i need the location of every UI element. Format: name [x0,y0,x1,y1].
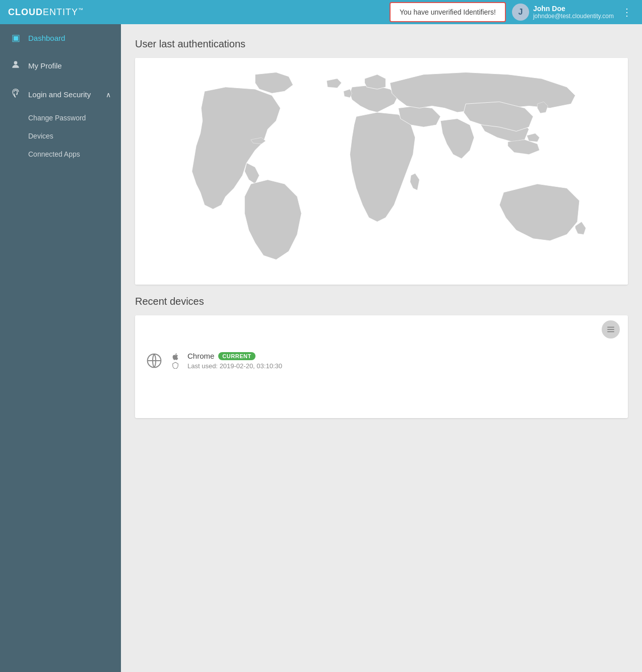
notification-text: You have unverified Identifiers! [400,8,496,16]
sidebar-item-dashboard-label: Dashboard [28,34,65,42]
recent-devices-card: Chrome CURRENT Last used: 2019-02-20, 03… [135,315,628,418]
app-header: CLOUDENTITY™ You have unverified Identif… [0,0,642,24]
main-content: User last authentications [121,24,642,672]
logo-sup: ™ [78,7,84,13]
login-security-chevron: ∧ [106,91,111,99]
svg-point-0 [14,61,18,64]
devices-section-title: Recent devices [135,296,628,307]
header-right: You have unverified Identifiers! J John … [390,2,634,22]
user-name: John Doe [533,5,614,13]
more-options-button[interactable]: ⋮ [620,4,634,20]
sidebar-item-connected-apps[interactable]: Connected Apps [0,145,121,163]
sidebar-item-login-security[interactable]: Login and Security ∧ [0,80,121,109]
sidebar-item-login-security-label: Login and Security [28,90,91,99]
last-used-value: 2019-02-20, 03:10:30 [220,362,282,370]
auth-section-title: User last authentications [135,38,628,50]
device-row: Chrome CURRENT Last used: 2019-02-20, 03… [135,344,628,378]
logo-thin: ENTITY [43,7,78,17]
status-badge: CURRENT [218,352,255,360]
app-layout: ▣ Dashboard My Profile Login and Securit… [0,24,642,672]
world-map [143,66,620,277]
dashboard-icon: ▣ [10,32,21,43]
sidebar-item-my-profile-label: My Profile [28,61,62,70]
map-container [135,58,628,285]
last-used-label: Last used: [187,362,218,370]
svg-rect-2 [607,327,614,328]
svg-rect-4 [607,331,614,332]
device-globe-icon [145,353,163,369]
sidebar-item-devices[interactable]: Devices [0,127,121,145]
sidebar: ▣ Dashboard My Profile Login and Securit… [0,24,121,672]
user-name-block: John Doe johndoe@test.cloudentity.com [533,5,614,20]
profile-icon [10,59,21,72]
sidebar-item-devices-label: Devices [28,132,53,140]
user-email: johndoe@test.cloudentity.com [533,13,614,20]
app-logo: CLOUDENTITY™ [8,7,84,18]
devices-card-actions [135,315,628,344]
sidebar-item-change-password[interactable]: Change Password [0,109,121,127]
avatar[interactable]: J [512,4,529,21]
device-browser: Chrome [187,352,214,360]
avatar-letter: J [518,8,523,17]
device-last-used: Last used: 2019-02-20, 03:10:30 [187,362,282,370]
svg-rect-3 [607,329,614,330]
device-name-row: Chrome CURRENT [187,352,282,360]
logo-bold: CLOUD [8,7,43,17]
device-name-block: Chrome CURRENT Last used: 2019-02-20, 03… [187,352,282,370]
user-info: J John Doe johndoe@test.cloudentity.com [512,4,614,21]
sidebar-item-my-profile[interactable]: My Profile [0,51,121,80]
sidebar-item-dashboard[interactable]: ▣ Dashboard [0,24,121,51]
device-os-icons [171,353,179,369]
sidebar-item-connected-apps-label: Connected Apps [28,150,80,158]
notification-popup[interactable]: You have unverified Identifiers! [390,2,506,22]
sidebar-item-change-password-label: Change Password [28,114,86,122]
fingerprint-icon [10,88,21,101]
auth-map-card [135,58,628,285]
list-view-button[interactable] [602,320,620,339]
